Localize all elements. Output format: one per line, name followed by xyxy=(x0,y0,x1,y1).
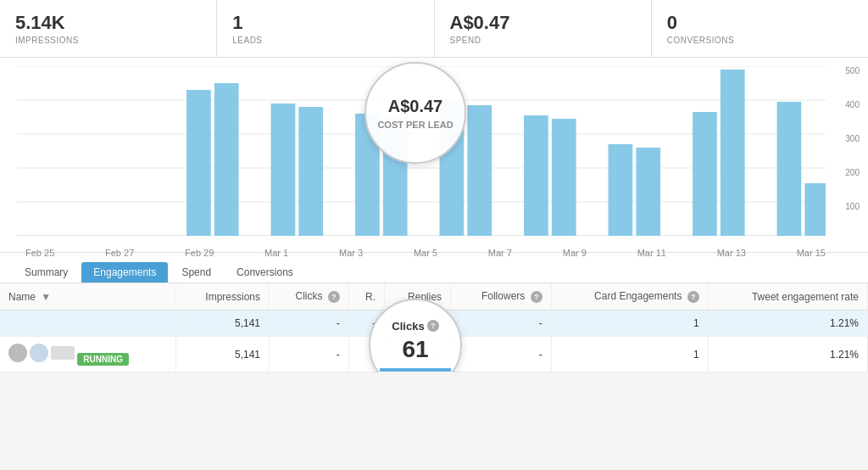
svg-rect-9 xyxy=(298,107,323,236)
row1-followers: - xyxy=(451,311,552,337)
x-axis-labels: Feb 25 Feb 27 Feb 29 Mar 1 Mar 3 Mar 5 M… xyxy=(0,244,868,258)
row2-impressions: 5,141 xyxy=(176,337,270,372)
chart-area: A$0.47 COST PER LEAD xyxy=(0,58,868,253)
impressions-value: 5.14K xyxy=(15,12,201,34)
leads-label: LEADS xyxy=(232,36,418,45)
tooltip-value: A$0.47 xyxy=(388,97,443,116)
sort-icon: ▼ xyxy=(41,291,51,303)
row2-tweet-engagement-rate: 1.21% xyxy=(708,337,867,372)
col-clicks: Clicks ? xyxy=(270,283,349,311)
spend-stat: A$0.47 SPEND xyxy=(435,0,652,57)
row2-name: RUNNING xyxy=(0,337,176,372)
svg-rect-17 xyxy=(636,148,660,236)
col-tweet-engagement-rate: Tweet engagement rate xyxy=(708,283,867,311)
col-followers: Followers ? xyxy=(451,283,552,311)
card-engagements-help-icon[interactable]: ? xyxy=(687,291,699,303)
avatar-img3 xyxy=(51,346,75,360)
stats-bar: 5.14K IMPRESSIONS 1 LEADS A$0.47 SPEND 0… xyxy=(0,0,868,58)
row1-clicks: - xyxy=(270,311,349,337)
impressions-label: IMPRESSIONS xyxy=(15,36,201,45)
avatar-img1 xyxy=(8,344,27,362)
avatar xyxy=(8,344,75,362)
col-name: Name ▼ xyxy=(0,283,176,311)
svg-rect-7 xyxy=(214,83,239,236)
tab-summary[interactable]: Summary xyxy=(13,262,80,283)
clicks-value: 61 xyxy=(402,336,428,363)
followers-help-icon[interactable]: ? xyxy=(531,291,542,303)
svg-rect-21 xyxy=(804,183,826,236)
row1-card-engagements: 1 xyxy=(551,311,708,337)
running-badge: RUNNING xyxy=(77,353,129,366)
spend-label: SPEND xyxy=(450,36,636,45)
clicks-bar xyxy=(380,368,452,372)
svg-rect-14 xyxy=(524,115,548,236)
svg-rect-6 xyxy=(186,90,211,236)
clicks-label: Clicks xyxy=(392,320,424,333)
row1-name xyxy=(0,311,176,337)
svg-rect-20 xyxy=(777,102,802,236)
row2-followers: - xyxy=(451,337,552,372)
col-impressions: Impressions xyxy=(176,283,270,311)
cost-per-lead-tooltip: A$0.47 COST PER LEAD xyxy=(364,62,466,164)
avatar-img2 xyxy=(30,344,48,362)
clicks-help-icon: ? xyxy=(427,320,439,332)
col-card-engagements: Card Engagements ? xyxy=(551,283,708,311)
conversions-value: 0 xyxy=(667,12,853,34)
svg-rect-13 xyxy=(467,105,492,236)
svg-rect-19 xyxy=(721,70,745,236)
table-area: Clicks ? 61 Name ▼ Impressions Clicks ? … xyxy=(0,283,868,372)
conversions-label: CONVERSIONS xyxy=(667,36,853,45)
y-axis-labels: 500 400 300 200 100 xyxy=(845,66,860,236)
tab-engagements[interactable]: Engagements xyxy=(81,262,168,283)
svg-rect-15 xyxy=(552,119,576,236)
col-r: R. xyxy=(348,283,384,311)
svg-rect-8 xyxy=(271,104,296,236)
tab-spend[interactable]: Spend xyxy=(170,262,223,283)
svg-rect-16 xyxy=(609,144,633,236)
impressions-stat: 5.14K IMPRESSIONS xyxy=(0,0,217,57)
spend-value: A$0.47 xyxy=(450,12,636,34)
clicks-col-help-icon[interactable]: ? xyxy=(328,291,340,303)
svg-rect-18 xyxy=(693,112,717,236)
row1-impressions: 5,141 xyxy=(176,311,270,337)
tab-conversions[interactable]: Conversions xyxy=(225,262,305,283)
leads-value: 1 xyxy=(232,12,418,34)
row2-clicks: - xyxy=(270,337,349,372)
tooltip-label: COST PER LEAD xyxy=(377,120,453,130)
row2-card-engagements: 1 xyxy=(551,337,708,372)
row1-tweet-engagement-rate: 1.21% xyxy=(708,311,867,337)
conversions-stat: 0 CONVERSIONS xyxy=(652,0,868,57)
leads-stat: 1 LEADS xyxy=(217,0,434,57)
